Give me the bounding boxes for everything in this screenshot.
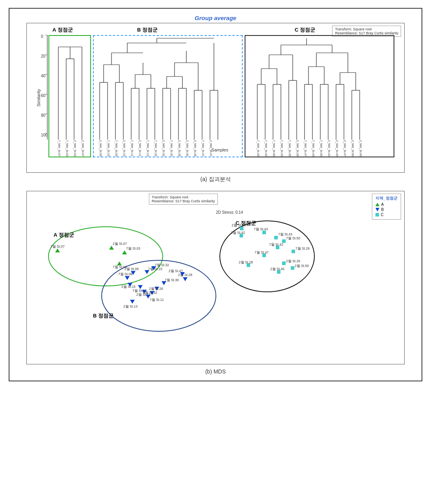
svg-text:7_NM_St.50: 7_NM_St.50 xyxy=(320,140,323,157)
panel-a-caption: (a) 집괴분석 xyxy=(201,176,231,183)
svg-text:2월 St.42: 2월 St.42 xyxy=(231,231,245,235)
svg-text:2_NM_St.47: 2_NM_St.47 xyxy=(209,140,213,157)
svg-text:2_NM_St.15: 2_NM_St.15 xyxy=(123,140,126,157)
svg-text:2_NM_St.45: 2_NM_St.45 xyxy=(335,140,339,157)
svg-text:7월 St.26: 7월 St.26 xyxy=(295,246,310,250)
svg-text:2_NM_St.30: 2_NM_St.30 xyxy=(186,140,189,157)
svg-text:7월 St.43: 7월 St.43 xyxy=(278,232,292,236)
svg-rect-193 xyxy=(291,266,294,270)
svg-text:7_NM_St.43: 7_NM_St.43 xyxy=(280,140,284,157)
dendrogram-container: Transform: Square root Resemblance: S17 … xyxy=(26,23,405,173)
svg-text:2월 St.13: 2월 St.13 xyxy=(123,304,137,308)
svg-text:B 정점군: B 정점군 xyxy=(93,313,113,319)
panel-b: Transform: Square root Resemblance: S17 … xyxy=(15,191,416,375)
svg-text:7_NM_St.42: 7_NM_St.42 xyxy=(264,140,268,157)
svg-text:7_NM_St.47: 7_NM_St.47 xyxy=(304,140,307,157)
main-container: Group average Transform: Square root Res… xyxy=(9,8,422,381)
group-average-title: Group average xyxy=(195,15,236,21)
panel-b-caption: (b) MDS xyxy=(205,368,226,375)
svg-text:7월 St.07: 7월 St.07 xyxy=(50,245,65,248)
svg-marker-143 xyxy=(122,250,127,254)
svg-rect-189 xyxy=(292,250,295,253)
svg-text:7월 St.47: 7월 St.47 xyxy=(255,250,269,254)
svg-text:7월 St.09: 7월 St.09 xyxy=(118,272,132,276)
svg-rect-181 xyxy=(274,236,278,239)
svg-text:7_NM_St.11: 7_NM_St.11 xyxy=(130,140,134,157)
svg-text:2_NM_St.47: 2_NM_St.47 xyxy=(343,140,347,157)
svg-text:2월 St.47: 2월 St.47 xyxy=(169,269,183,273)
svg-text:7월 St.42: 7월 St.42 xyxy=(269,243,283,246)
svg-text:7월 St.03: 7월 St.03 xyxy=(126,246,140,250)
svg-text:7_NM_St.15: 7_NM_St.15 xyxy=(107,140,110,157)
svg-marker-171 xyxy=(183,277,188,281)
svg-text:2월 St.26: 2월 St.26 xyxy=(149,287,163,291)
svg-text:2_NM_St.42: 2_NM_St.42 xyxy=(327,140,331,157)
svg-text:2_NM_St.26: 2_NM_St.26 xyxy=(193,140,197,157)
svg-point-134 xyxy=(102,260,216,331)
svg-text:7_NM_St.50: 7_NM_St.50 xyxy=(272,140,276,157)
svg-text:7_NM_St.26: 7_NM_St.26 xyxy=(256,140,260,157)
svg-text:2_NM_St.26: 2_NM_St.26 xyxy=(296,140,299,157)
svg-marker-139 xyxy=(55,248,60,252)
svg-text:7_NM_St.30: 7_NM_St.30 xyxy=(170,140,173,157)
svg-text:2_NM_St.09: 2_NM_St.09 xyxy=(99,140,102,157)
svg-text:7월 St.11: 7월 St.11 xyxy=(150,298,164,302)
svg-text:2월 St.15: 2월 St.15 xyxy=(121,285,136,289)
panel-a: Group average Transform: Square root Res… xyxy=(15,15,416,183)
svg-text:7월 St.43: 7월 St.43 xyxy=(254,227,268,231)
svg-text:7월 St.15: 7월 St.15 xyxy=(148,267,162,271)
svg-text:7_NM_St.13: 7_NM_St.13 xyxy=(146,140,150,157)
mds-container: Transform: Square root Resemblance: S17 … xyxy=(26,191,405,364)
sample-labels-svg: 7_NM_St.07 7_NM_St.03 2_NM_St.03 2_NM_St… xyxy=(27,23,404,172)
svg-text:7_NM_St.09: 7_NM_St.09 xyxy=(115,140,118,157)
svg-text:2월 St.26: 2월 St.26 xyxy=(286,259,300,263)
svg-marker-141 xyxy=(109,246,114,250)
svg-text:7월 St.32: 7월 St.32 xyxy=(155,263,169,267)
svg-marker-149 xyxy=(125,276,130,280)
svg-text:2_NM_St.32: 2_NM_St.32 xyxy=(162,140,165,157)
svg-marker-163 xyxy=(130,300,135,304)
svg-rect-177 xyxy=(262,231,266,234)
svg-text:2월 St.28: 2월 St.28 xyxy=(239,260,253,264)
svg-text:2월 St.43: 2월 St.43 xyxy=(232,223,246,227)
svg-text:A 정점군: A 정점군 xyxy=(54,232,74,238)
svg-text:2월 St.32: 2월 St.32 xyxy=(143,291,157,295)
svg-text:2_NM_St.28: 2_NM_St.28 xyxy=(178,140,181,157)
svg-text:7_NM_St.43: 7_NM_St.43 xyxy=(312,140,315,157)
svg-text:7월 St.50: 7월 St.50 xyxy=(286,236,300,240)
svg-text:2월 St.09: 2월 St.09 xyxy=(124,267,139,271)
svg-text:2월 St.07: 2월 St.07 xyxy=(113,242,127,246)
svg-rect-191 xyxy=(282,261,286,265)
mds-svg: A 정점군 B 정점군 C 정점군 7월 St.07 2월 St.07 7월 S… xyxy=(27,191,404,364)
svg-text:7_NM_St.03: 7_NM_St.03 xyxy=(65,140,69,157)
svg-text:7_NM_St.47: 7_NM_St.47 xyxy=(201,140,205,157)
svg-text:2월 St.50: 2월 St.50 xyxy=(295,264,309,268)
svg-text:7월 St.30: 7월 St.30 xyxy=(165,278,179,282)
svg-text:2_NM_St.07: 2_NM_St.07 xyxy=(81,140,85,157)
svg-text:2월 St.28: 2월 St.28 xyxy=(178,273,192,277)
svg-rect-175 xyxy=(240,227,243,230)
svg-text:2_NM_St.11: 2_NM_St.11 xyxy=(138,140,142,157)
svg-text:2_NM_St.03: 2_NM_St.03 xyxy=(73,140,77,157)
svg-text:2_NM_St.50: 2_NM_St.50 xyxy=(351,140,355,157)
svg-text:2_NM_St.45: 2_NM_St.45 xyxy=(359,140,362,157)
svg-text:2월 St.45: 2월 St.45 xyxy=(270,267,284,271)
svg-text:7_NM_St.07: 7_NM_St.07 xyxy=(58,140,61,157)
svg-text:7_NM_St.45: 7_NM_St.45 xyxy=(288,140,292,157)
svg-text:7_NM_St.32: 7_NM_St.32 xyxy=(154,140,158,157)
